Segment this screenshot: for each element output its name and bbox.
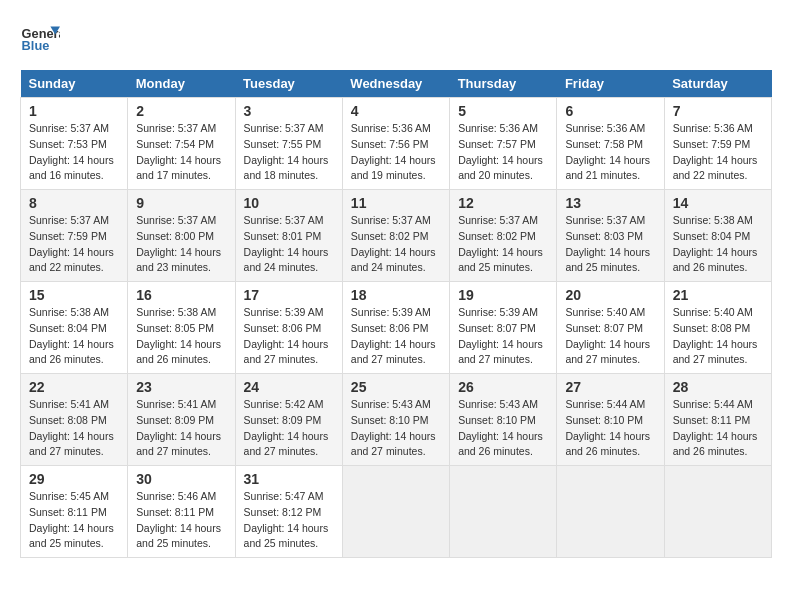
- day-info: Sunrise: 5:37 AM Sunset: 8:01 PM Dayligh…: [244, 213, 334, 276]
- calendar-cell: 21 Sunrise: 5:40 AM Sunset: 8:08 PM Dayl…: [664, 282, 771, 374]
- calendar-cell: [557, 466, 664, 558]
- day-info: Sunrise: 5:46 AM Sunset: 8:11 PM Dayligh…: [136, 489, 226, 552]
- calendar-cell: 8 Sunrise: 5:37 AM Sunset: 7:59 PM Dayli…: [21, 190, 128, 282]
- calendar-cell: 6 Sunrise: 5:36 AM Sunset: 7:58 PM Dayli…: [557, 98, 664, 190]
- page-header: General Blue: [20, 20, 772, 60]
- day-number: 8: [29, 195, 119, 211]
- day-info: Sunrise: 5:41 AM Sunset: 8:09 PM Dayligh…: [136, 397, 226, 460]
- day-info: Sunrise: 5:37 AM Sunset: 7:59 PM Dayligh…: [29, 213, 119, 276]
- day-number: 30: [136, 471, 226, 487]
- calendar-cell: [664, 466, 771, 558]
- calendar-cell: 18 Sunrise: 5:39 AM Sunset: 8:06 PM Dayl…: [342, 282, 449, 374]
- day-number: 24: [244, 379, 334, 395]
- day-info: Sunrise: 5:38 AM Sunset: 8:04 PM Dayligh…: [673, 213, 763, 276]
- calendar-cell: 16 Sunrise: 5:38 AM Sunset: 8:05 PM Dayl…: [128, 282, 235, 374]
- svg-text:Blue: Blue: [22, 38, 50, 53]
- day-number: 3: [244, 103, 334, 119]
- col-header-friday: Friday: [557, 70, 664, 98]
- day-info: Sunrise: 5:36 AM Sunset: 7:56 PM Dayligh…: [351, 121, 441, 184]
- calendar-cell: 31 Sunrise: 5:47 AM Sunset: 8:12 PM Dayl…: [235, 466, 342, 558]
- day-number: 19: [458, 287, 548, 303]
- week-row-3: 15 Sunrise: 5:38 AM Sunset: 8:04 PM Dayl…: [21, 282, 772, 374]
- day-number: 5: [458, 103, 548, 119]
- day-info: Sunrise: 5:40 AM Sunset: 8:08 PM Dayligh…: [673, 305, 763, 368]
- day-info: Sunrise: 5:38 AM Sunset: 8:05 PM Dayligh…: [136, 305, 226, 368]
- calendar-cell: 11 Sunrise: 5:37 AM Sunset: 8:02 PM Dayl…: [342, 190, 449, 282]
- calendar-cell: 19 Sunrise: 5:39 AM Sunset: 8:07 PM Dayl…: [450, 282, 557, 374]
- col-header-wednesday: Wednesday: [342, 70, 449, 98]
- logo-icon: General Blue: [20, 20, 60, 60]
- day-number: 9: [136, 195, 226, 211]
- day-info: Sunrise: 5:45 AM Sunset: 8:11 PM Dayligh…: [29, 489, 119, 552]
- day-number: 18: [351, 287, 441, 303]
- calendar-cell: 17 Sunrise: 5:39 AM Sunset: 8:06 PM Dayl…: [235, 282, 342, 374]
- col-header-sunday: Sunday: [21, 70, 128, 98]
- calendar-table: SundayMondayTuesdayWednesdayThursdayFrid…: [20, 70, 772, 558]
- day-number: 26: [458, 379, 548, 395]
- day-info: Sunrise: 5:36 AM Sunset: 7:59 PM Dayligh…: [673, 121, 763, 184]
- day-number: 16: [136, 287, 226, 303]
- calendar-cell: 15 Sunrise: 5:38 AM Sunset: 8:04 PM Dayl…: [21, 282, 128, 374]
- day-info: Sunrise: 5:39 AM Sunset: 8:07 PM Dayligh…: [458, 305, 548, 368]
- day-number: 21: [673, 287, 763, 303]
- day-info: Sunrise: 5:41 AM Sunset: 8:08 PM Dayligh…: [29, 397, 119, 460]
- day-number: 4: [351, 103, 441, 119]
- calendar-cell: 30 Sunrise: 5:46 AM Sunset: 8:11 PM Dayl…: [128, 466, 235, 558]
- day-info: Sunrise: 5:37 AM Sunset: 8:02 PM Dayligh…: [458, 213, 548, 276]
- day-number: 13: [565, 195, 655, 211]
- day-info: Sunrise: 5:43 AM Sunset: 8:10 PM Dayligh…: [458, 397, 548, 460]
- day-info: Sunrise: 5:40 AM Sunset: 8:07 PM Dayligh…: [565, 305, 655, 368]
- calendar-cell: 2 Sunrise: 5:37 AM Sunset: 7:54 PM Dayli…: [128, 98, 235, 190]
- calendar-cell: 22 Sunrise: 5:41 AM Sunset: 8:08 PM Dayl…: [21, 374, 128, 466]
- calendar-cell: 23 Sunrise: 5:41 AM Sunset: 8:09 PM Dayl…: [128, 374, 235, 466]
- week-row-5: 29 Sunrise: 5:45 AM Sunset: 8:11 PM Dayl…: [21, 466, 772, 558]
- day-info: Sunrise: 5:37 AM Sunset: 7:54 PM Dayligh…: [136, 121, 226, 184]
- day-number: 6: [565, 103, 655, 119]
- calendar-cell: 14 Sunrise: 5:38 AM Sunset: 8:04 PM Dayl…: [664, 190, 771, 282]
- calendar-cell: 9 Sunrise: 5:37 AM Sunset: 8:00 PM Dayli…: [128, 190, 235, 282]
- day-number: 23: [136, 379, 226, 395]
- day-info: Sunrise: 5:37 AM Sunset: 7:53 PM Dayligh…: [29, 121, 119, 184]
- day-info: Sunrise: 5:44 AM Sunset: 8:10 PM Dayligh…: [565, 397, 655, 460]
- calendar-cell: 13 Sunrise: 5:37 AM Sunset: 8:03 PM Dayl…: [557, 190, 664, 282]
- day-number: 17: [244, 287, 334, 303]
- day-number: 20: [565, 287, 655, 303]
- calendar-cell: 27 Sunrise: 5:44 AM Sunset: 8:10 PM Dayl…: [557, 374, 664, 466]
- day-info: Sunrise: 5:47 AM Sunset: 8:12 PM Dayligh…: [244, 489, 334, 552]
- day-number: 7: [673, 103, 763, 119]
- day-number: 27: [565, 379, 655, 395]
- calendar-cell: 25 Sunrise: 5:43 AM Sunset: 8:10 PM Dayl…: [342, 374, 449, 466]
- day-number: 11: [351, 195, 441, 211]
- calendar-cell: 28 Sunrise: 5:44 AM Sunset: 8:11 PM Dayl…: [664, 374, 771, 466]
- week-row-2: 8 Sunrise: 5:37 AM Sunset: 7:59 PM Dayli…: [21, 190, 772, 282]
- day-number: 31: [244, 471, 334, 487]
- day-info: Sunrise: 5:36 AM Sunset: 7:57 PM Dayligh…: [458, 121, 548, 184]
- day-number: 12: [458, 195, 548, 211]
- calendar-cell: 26 Sunrise: 5:43 AM Sunset: 8:10 PM Dayl…: [450, 374, 557, 466]
- logo: General Blue: [20, 20, 60, 60]
- day-number: 25: [351, 379, 441, 395]
- day-info: Sunrise: 5:44 AM Sunset: 8:11 PM Dayligh…: [673, 397, 763, 460]
- day-info: Sunrise: 5:37 AM Sunset: 8:03 PM Dayligh…: [565, 213, 655, 276]
- calendar-cell: 5 Sunrise: 5:36 AM Sunset: 7:57 PM Dayli…: [450, 98, 557, 190]
- col-header-thursday: Thursday: [450, 70, 557, 98]
- calendar-cell: [450, 466, 557, 558]
- day-number: 28: [673, 379, 763, 395]
- calendar-cell: 20 Sunrise: 5:40 AM Sunset: 8:07 PM Dayl…: [557, 282, 664, 374]
- day-number: 1: [29, 103, 119, 119]
- day-info: Sunrise: 5:37 AM Sunset: 8:00 PM Dayligh…: [136, 213, 226, 276]
- calendar-cell: 24 Sunrise: 5:42 AM Sunset: 8:09 PM Dayl…: [235, 374, 342, 466]
- week-row-4: 22 Sunrise: 5:41 AM Sunset: 8:08 PM Dayl…: [21, 374, 772, 466]
- day-number: 2: [136, 103, 226, 119]
- day-info: Sunrise: 5:42 AM Sunset: 8:09 PM Dayligh…: [244, 397, 334, 460]
- day-number: 29: [29, 471, 119, 487]
- day-number: 22: [29, 379, 119, 395]
- col-header-monday: Monday: [128, 70, 235, 98]
- day-info: Sunrise: 5:37 AM Sunset: 7:55 PM Dayligh…: [244, 121, 334, 184]
- col-header-saturday: Saturday: [664, 70, 771, 98]
- col-header-tuesday: Tuesday: [235, 70, 342, 98]
- calendar-cell: 12 Sunrise: 5:37 AM Sunset: 8:02 PM Dayl…: [450, 190, 557, 282]
- calendar-cell: 4 Sunrise: 5:36 AM Sunset: 7:56 PM Dayli…: [342, 98, 449, 190]
- week-row-1: 1 Sunrise: 5:37 AM Sunset: 7:53 PM Dayli…: [21, 98, 772, 190]
- day-number: 10: [244, 195, 334, 211]
